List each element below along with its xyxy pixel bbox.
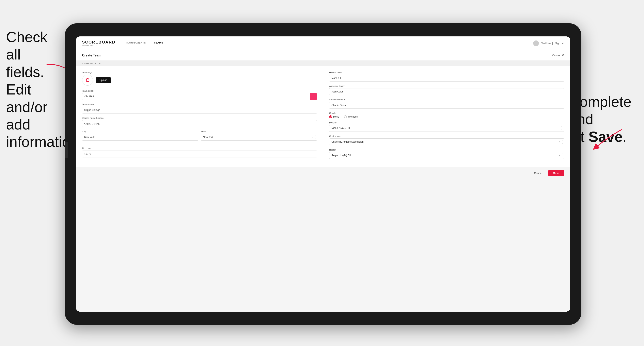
head-coach-label: Head Coach bbox=[329, 71, 564, 74]
assistant-coach-label: Assistant Coach bbox=[329, 85, 564, 87]
gender-womens-radio[interactable] bbox=[344, 115, 347, 118]
conference-select-wrap: University Athletic Association ✕ ⌃⌄ bbox=[329, 138, 564, 145]
team-logo-label: Team logo bbox=[82, 71, 317, 74]
region-group: Region Region II - (M) DIII ✕ ⌃⌄ bbox=[329, 149, 564, 159]
section-header: TEAM DETAILS bbox=[76, 61, 570, 66]
user-name: Test User | bbox=[541, 42, 553, 45]
sign-out-link[interactable]: Sign out bbox=[555, 42, 564, 45]
form-footer: Cancel Save bbox=[76, 167, 570, 179]
team-name-group: Team name bbox=[82, 103, 317, 114]
assistant-coach-group: Assistant Coach bbox=[329, 85, 564, 95]
section-label: TEAM DETAILS bbox=[82, 62, 101, 65]
close-icon: ✕ bbox=[562, 53, 564, 57]
main-content: Create Team Cancel ✕ TEAM DETAILS Team l… bbox=[76, 50, 570, 312]
upload-button[interactable]: Upload bbox=[96, 77, 111, 83]
city-label: City bbox=[82, 130, 198, 133]
division-select[interactable]: NCAA Division III bbox=[329, 125, 564, 132]
form-left: Team logo C Upload Team colour bbox=[82, 71, 317, 162]
conference-label: Conference bbox=[329, 135, 564, 137]
region-chevron-icon: ⌃⌄ bbox=[561, 153, 563, 158]
save-button[interactable]: Save bbox=[548, 170, 564, 176]
conference-chevron-icon: ⌃⌄ bbox=[561, 140, 563, 144]
zip-label: Zip code bbox=[82, 147, 317, 150]
close-button[interactable]: Cancel ✕ bbox=[552, 53, 564, 57]
conference-select-icons: ✕ ⌃⌄ bbox=[559, 140, 563, 144]
state-label: State bbox=[201, 130, 317, 133]
arrow-right bbox=[591, 126, 624, 150]
brand-sub: Powered by clippd bbox=[82, 44, 115, 46]
team-name-label: Team name bbox=[82, 103, 317, 106]
division-select-wrap: NCAA Division III ⌃⌄ bbox=[329, 125, 564, 132]
state-clear-icon[interactable]: ✕ bbox=[312, 136, 314, 139]
nav-teams[interactable]: TEAMS bbox=[154, 41, 163, 45]
color-swatch[interactable] bbox=[310, 93, 317, 100]
athletic-director-label: Athletic Director bbox=[329, 98, 564, 101]
color-row bbox=[82, 93, 317, 100]
logo-letter: C bbox=[86, 77, 90, 83]
head-coach-group: Head Coach bbox=[329, 71, 564, 82]
navbar-logo: SCOREBOARD Powered by clippd bbox=[82, 40, 115, 46]
division-group: Division NCAA Division III ⌃⌄ bbox=[329, 121, 564, 132]
city-state-row: City State New York ✕ ⌃⌄ bbox=[82, 130, 317, 141]
region-select-wrap: Region II - (M) DIII ✕ ⌃⌄ bbox=[329, 152, 564, 159]
gender-mens-radio[interactable] bbox=[329, 115, 332, 118]
state-select-wrap: New York ✕ ⌃⌄ bbox=[201, 134, 317, 141]
region-clear-icon[interactable]: ✕ bbox=[559, 154, 560, 157]
logo-area: C Upload bbox=[82, 75, 317, 86]
state-group: State New York ✕ ⌃⌄ bbox=[201, 130, 317, 141]
nav-tournaments[interactable]: TOURNAMENTS bbox=[126, 41, 146, 45]
assistant-coach-input[interactable] bbox=[329, 88, 564, 95]
athletic-director-group: Athletic Director bbox=[329, 98, 564, 109]
cancel-label: Cancel bbox=[552, 54, 560, 57]
brand-name: SCOREBOARD bbox=[82, 40, 115, 44]
tablet-screen: SCOREBOARD Powered by clippd TOURNAMENTS… bbox=[76, 36, 570, 312]
conference-group: Conference University Athletic Associati… bbox=[329, 135, 564, 145]
tablet-frame: SCOREBOARD Powered by clippd TOURNAMENTS… bbox=[65, 23, 582, 325]
gender-mens-text: Mens bbox=[333, 115, 339, 118]
region-select-icons: ✕ ⌃⌄ bbox=[559, 153, 563, 158]
state-select-icons: ✕ ⌃⌄ bbox=[312, 135, 316, 139]
team-colour-input[interactable] bbox=[82, 93, 310, 100]
zip-input[interactable] bbox=[82, 151, 317, 158]
region-select[interactable]: Region II - (M) DIII bbox=[329, 152, 564, 159]
page-title: Create Team bbox=[82, 54, 101, 57]
state-select[interactable]: New York bbox=[201, 134, 317, 141]
navbar: SCOREBOARD Powered by clippd TOURNAMENTS… bbox=[76, 36, 570, 50]
region-label: Region bbox=[329, 149, 564, 151]
form-body: Team logo C Upload Team colour bbox=[76, 66, 570, 167]
zip-group: Zip code bbox=[82, 147, 317, 158]
team-logo-group: Team logo C Upload bbox=[82, 71, 317, 86]
user-avatar bbox=[533, 40, 539, 46]
head-coach-input[interactable] bbox=[329, 75, 564, 82]
state-chevron-icon: ⌃⌄ bbox=[314, 135, 316, 139]
gender-label: Gender bbox=[329, 112, 564, 114]
team-colour-group: Team colour bbox=[82, 90, 317, 100]
instruction-left: Check all fields. Edit and/or add inform… bbox=[6, 28, 61, 151]
gender-womens-text: Womens bbox=[348, 115, 358, 118]
page-header: Create Team Cancel ✕ bbox=[76, 50, 570, 61]
conference-select[interactable]: University Athletic Association bbox=[329, 138, 564, 145]
logo-circle: C bbox=[82, 75, 93, 86]
division-label: Division bbox=[329, 121, 564, 124]
city-group: City bbox=[82, 130, 198, 141]
display-name-label: Display name (unique) bbox=[82, 117, 317, 119]
team-colour-label: Team colour bbox=[82, 90, 317, 92]
gender-row: Mens Womens bbox=[329, 115, 564, 118]
gender-womens-label[interactable]: Womens bbox=[344, 115, 358, 118]
tablet-side-bar bbox=[65, 142, 68, 158]
team-name-input[interactable] bbox=[82, 107, 317, 114]
gender-mens-label[interactable]: Mens bbox=[329, 115, 339, 118]
gender-group: Gender Mens Womens bbox=[329, 112, 564, 118]
display-name-input[interactable] bbox=[82, 120, 317, 127]
athletic-director-input[interactable] bbox=[329, 102, 564, 109]
conference-clear-icon[interactable]: ✕ bbox=[559, 141, 560, 143]
city-input[interactable] bbox=[82, 134, 198, 141]
display-name-group: Display name (unique) bbox=[82, 117, 317, 127]
cancel-button[interactable]: Cancel bbox=[531, 170, 545, 176]
navbar-user: Test User | Sign out bbox=[533, 40, 564, 46]
form-right: Head Coach Assistant Coach Athletic Dire… bbox=[329, 71, 564, 162]
navbar-links: TOURNAMENTS TEAMS bbox=[126, 41, 533, 45]
